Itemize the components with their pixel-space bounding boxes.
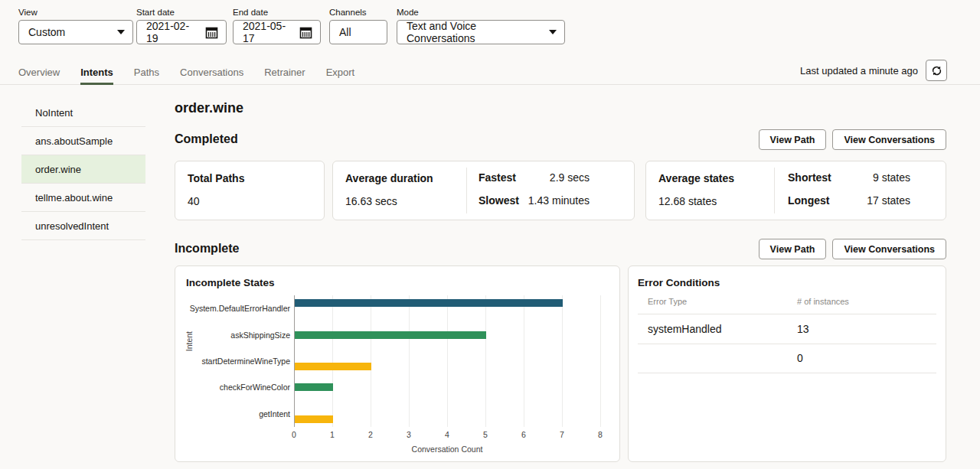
completed-heading: Completed — [175, 132, 238, 146]
incomplete-states-panel: Incomplete States Intent System.DefaultE… — [175, 265, 620, 462]
longest-value: 17 states — [867, 194, 910, 207]
calendar-icon[interactable] — [299, 26, 312, 39]
sidebar-item-tellme.about.wine[interactable]: tellme.about.wine — [21, 184, 145, 212]
view-path-button[interactable]: View Path — [759, 239, 827, 259]
bar-checkForWineColor[interactable] — [295, 383, 333, 391]
sidebar-item-nointent[interactable]: NoIntent — [21, 99, 145, 127]
tab-intents[interactable]: Intents — [80, 60, 113, 84]
divider — [638, 344, 936, 344]
slowest-row: Slowest 1.43 minutes — [479, 194, 590, 207]
sidebar-item-unresolvedintent[interactable]: unresolvedIntent — [21, 212, 145, 240]
x-tick-label: 3 — [400, 430, 418, 439]
view-conversations-button[interactable]: View Conversations — [832, 129, 946, 150]
bar-getIntent[interactable] — [295, 415, 333, 423]
fastest-row: Fastest 2.9 secs — [479, 171, 590, 184]
channels-input[interactable]: All — [329, 20, 387, 44]
view-filter-label: View — [18, 8, 133, 17]
tab-paths[interactable]: Paths — [134, 60, 159, 84]
channels-label: Channels — [329, 8, 387, 17]
gridline — [524, 295, 524, 427]
gridline — [447, 295, 448, 427]
intent-list: NoIntentans.aboutSampleorder.winetellme.… — [21, 99, 145, 240]
end-date-label: End date — [233, 8, 321, 17]
category-label: getIntent — [177, 409, 290, 419]
fastest-value: 2.9 secs — [550, 171, 590, 184]
x-tick-label: 2 — [361, 430, 380, 439]
mode-label: Mode — [397, 8, 565, 17]
instances-cell: 13 — [797, 323, 809, 335]
x-tick-label: 6 — [514, 430, 533, 439]
chart-title: Incomplete States — [186, 277, 275, 288]
view-select[interactable]: Custom — [18, 20, 133, 44]
end-date-input[interactable]: 2021-05-17 — [233, 20, 321, 44]
mode-filter: Mode Text and Voice Conversations — [397, 8, 565, 44]
chart-x-axis-label: Conversation Count — [371, 445, 524, 454]
chevron-down-icon — [117, 30, 125, 34]
error-conditions-panel: Error Conditions Error Type # of instanc… — [628, 265, 946, 462]
total-paths-label: Total Paths — [188, 172, 244, 184]
gridline — [600, 295, 601, 427]
shortest-label: Shortest — [788, 171, 831, 184]
average-states-label: Average states — [658, 172, 734, 184]
x-tick-label: 8 — [591, 430, 609, 439]
total-paths-value: 40 — [188, 195, 200, 207]
divider — [638, 314, 936, 314]
slowest-value: 1.43 minutes — [528, 194, 590, 207]
last-updated-cluster: Last updated a minute ago — [800, 60, 947, 81]
refresh-button[interactable] — [926, 60, 947, 81]
shortest-value: 9 states — [873, 171, 910, 184]
error-type-cell: systemHandled — [648, 323, 722, 335]
mode-select-value: Text and Voice Conversations — [407, 20, 543, 44]
average-states-value: 12.68 states — [658, 195, 717, 207]
shortest-row: Shortest 9 states — [788, 171, 910, 184]
category-label: System.DefaultErrorHandler — [177, 304, 290, 313]
tab-retrainer[interactable]: Retrainer — [264, 60, 305, 84]
start-date-value: 2021-02-19 — [146, 20, 199, 44]
gridline — [409, 295, 410, 427]
bar-askShippingSize[interactable] — [295, 331, 486, 339]
average-duration-card: Average duration 16.63 secs Fastest 2.9 … — [332, 161, 635, 220]
sidebar-item-ans.aboutsample[interactable]: ans.aboutSample — [21, 127, 145, 155]
average-duration-value: 16.63 secs — [345, 195, 397, 207]
longest-row: Longest 17 states — [788, 194, 910, 207]
slowest-label: Slowest — [479, 194, 519, 207]
total-paths-card: Total Paths 40 — [175, 161, 325, 220]
bar-System.DefaultErrorHandler[interactable] — [295, 299, 563, 307]
average-duration-label: Average duration — [345, 172, 433, 184]
incomplete-actions: View Path View Conversations — [759, 239, 946, 259]
longest-label: Longest — [788, 194, 829, 207]
start-date-filter: Start date 2021-02-19 — [136, 8, 227, 44]
view-select-value: Custom — [28, 26, 65, 38]
view-conversations-button[interactable]: View Conversations — [832, 239, 946, 259]
error-conditions-title: Error Conditions — [638, 277, 720, 288]
gridline — [562, 295, 563, 427]
gridline — [485, 295, 486, 427]
last-updated-text: Last updated a minute ago — [800, 65, 918, 77]
view-path-button[interactable]: View Path — [759, 129, 827, 150]
bar-chart — [294, 295, 616, 427]
tab-overview[interactable]: Overview — [18, 60, 60, 84]
start-date-label: Start date — [136, 8, 227, 17]
category-label: startDetermineWineType — [177, 357, 290, 366]
divider — [638, 373, 936, 373]
calendar-icon[interactable] — [205, 26, 218, 39]
instances-column-header: # of instances — [797, 297, 849, 306]
bar-startDetermineWineType[interactable] — [295, 363, 371, 370]
instances-cell: 0 — [797, 352, 803, 364]
category-label: askShippingSize — [177, 331, 290, 340]
end-date-filter: End date 2021-05-17 — [233, 8, 321, 44]
fastest-label: Fastest — [479, 171, 516, 184]
chevron-down-icon — [549, 30, 557, 34]
view-filter: View Custom — [18, 8, 133, 44]
x-tick-label: 5 — [476, 430, 495, 439]
tab-conversations[interactable]: Conversations — [180, 60, 243, 84]
x-tick-label: 0 — [285, 430, 303, 439]
channels-value: All — [339, 26, 351, 38]
mode-select[interactable]: Text and Voice Conversations — [397, 20, 565, 44]
category-label: checkForWineColor — [177, 383, 290, 392]
refresh-icon — [931, 65, 942, 77]
sidebar-item-order.wine[interactable]: order.wine — [21, 155, 145, 184]
end-date-value: 2021-05-17 — [243, 20, 293, 44]
start-date-input[interactable]: 2021-02-19 — [136, 20, 227, 44]
tab-export[interactable]: Export — [326, 60, 355, 84]
